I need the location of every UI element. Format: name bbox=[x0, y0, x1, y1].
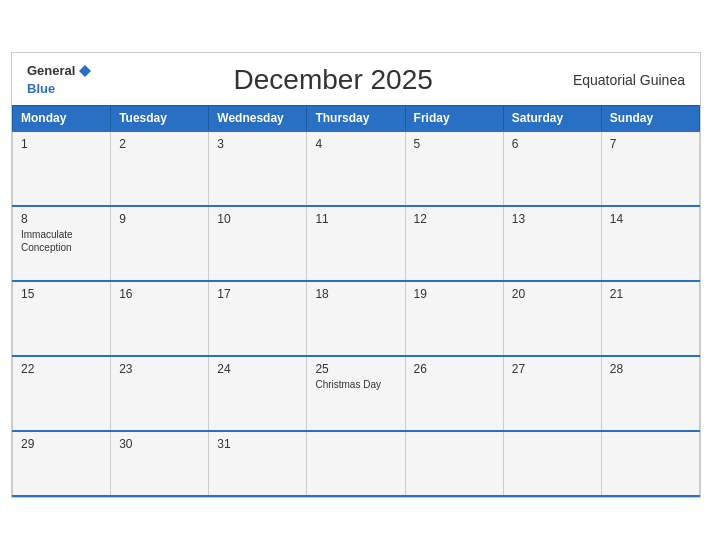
day-number: 28 bbox=[610, 362, 691, 376]
calendar-day-cell: 16 bbox=[111, 281, 209, 356]
day-number: 29 bbox=[21, 437, 102, 451]
calendar-day-cell: 17 bbox=[209, 281, 307, 356]
day-number: 2 bbox=[119, 137, 200, 151]
calendar-day-cell: 25Christmas Day bbox=[307, 356, 405, 431]
col-monday: Monday bbox=[13, 106, 111, 132]
col-friday: Friday bbox=[405, 106, 503, 132]
day-number: 24 bbox=[217, 362, 298, 376]
calendar-day-cell: 24 bbox=[209, 356, 307, 431]
day-number: 31 bbox=[217, 437, 298, 451]
calendar-day-cell: 23 bbox=[111, 356, 209, 431]
day-number: 8 bbox=[21, 212, 102, 226]
calendar-header: General Blue December 2025 Equatorial Gu… bbox=[12, 53, 700, 105]
calendar-week-row: 293031 bbox=[13, 431, 700, 496]
day-number: 30 bbox=[119, 437, 200, 451]
day-number: 16 bbox=[119, 287, 200, 301]
calendar-day-cell: 31 bbox=[209, 431, 307, 496]
calendar-day-cell: 7 bbox=[601, 131, 699, 206]
calendar-header-row: Monday Tuesday Wednesday Thursday Friday… bbox=[13, 106, 700, 132]
calendar-day-cell bbox=[405, 431, 503, 496]
calendar-day-cell: 19 bbox=[405, 281, 503, 356]
day-number: 14 bbox=[610, 212, 691, 226]
day-number: 9 bbox=[119, 212, 200, 226]
calendar-day-cell: 26 bbox=[405, 356, 503, 431]
day-event: Immaculate Conception bbox=[21, 228, 102, 254]
logo-general-text: General bbox=[27, 64, 75, 78]
calendar-day-cell: 2 bbox=[111, 131, 209, 206]
calendar-day-cell: 4 bbox=[307, 131, 405, 206]
day-number: 12 bbox=[414, 212, 495, 226]
calendar-day-cell: 11 bbox=[307, 206, 405, 281]
calendar-day-cell: 20 bbox=[503, 281, 601, 356]
calendar-day-cell: 15 bbox=[13, 281, 111, 356]
calendar-day-cell: 14 bbox=[601, 206, 699, 281]
day-number: 17 bbox=[217, 287, 298, 301]
col-thursday: Thursday bbox=[307, 106, 405, 132]
day-number: 3 bbox=[217, 137, 298, 151]
calendar-title: December 2025 bbox=[234, 64, 433, 96]
calendar-day-cell: 8Immaculate Conception bbox=[13, 206, 111, 281]
day-number: 21 bbox=[610, 287, 691, 301]
calendar-day-cell: 18 bbox=[307, 281, 405, 356]
calendar-day-cell: 28 bbox=[601, 356, 699, 431]
day-number: 7 bbox=[610, 137, 691, 151]
day-number: 11 bbox=[315, 212, 396, 226]
day-number: 22 bbox=[21, 362, 102, 376]
calendar-day-cell: 22 bbox=[13, 356, 111, 431]
logo: General Blue bbox=[27, 63, 93, 97]
day-number: 13 bbox=[512, 212, 593, 226]
day-number: 18 bbox=[315, 287, 396, 301]
calendar-day-cell: 3 bbox=[209, 131, 307, 206]
day-number: 25 bbox=[315, 362, 396, 376]
day-number: 20 bbox=[512, 287, 593, 301]
col-saturday: Saturday bbox=[503, 106, 601, 132]
col-wednesday: Wednesday bbox=[209, 106, 307, 132]
calendar-day-cell bbox=[503, 431, 601, 496]
calendar-day-cell: 5 bbox=[405, 131, 503, 206]
calendar-week-row: 1234567 bbox=[13, 131, 700, 206]
calendar-day-cell: 21 bbox=[601, 281, 699, 356]
calendar-day-cell: 6 bbox=[503, 131, 601, 206]
day-number: 27 bbox=[512, 362, 593, 376]
day-number: 15 bbox=[21, 287, 102, 301]
day-number: 23 bbox=[119, 362, 200, 376]
calendar-day-cell: 9 bbox=[111, 206, 209, 281]
calendar-day-cell: 29 bbox=[13, 431, 111, 496]
day-number: 4 bbox=[315, 137, 396, 151]
calendar-day-cell: 10 bbox=[209, 206, 307, 281]
day-event: Christmas Day bbox=[315, 378, 396, 391]
calendar-week-row: 15161718192021 bbox=[13, 281, 700, 356]
day-number: 26 bbox=[414, 362, 495, 376]
day-number: 1 bbox=[21, 137, 102, 151]
day-number: 10 bbox=[217, 212, 298, 226]
calendar-day-cell: 13 bbox=[503, 206, 601, 281]
calendar-day-cell: 1 bbox=[13, 131, 111, 206]
calendar-day-cell: 27 bbox=[503, 356, 601, 431]
svg-marker-0 bbox=[79, 65, 91, 77]
day-number: 19 bbox=[414, 287, 495, 301]
logo-blue-text: Blue bbox=[27, 81, 55, 96]
col-sunday: Sunday bbox=[601, 106, 699, 132]
calendar-day-cell: 30 bbox=[111, 431, 209, 496]
day-number: 6 bbox=[512, 137, 593, 151]
calendar-country: Equatorial Guinea bbox=[573, 72, 685, 88]
calendar-grid: Monday Tuesday Wednesday Thursday Friday… bbox=[12, 105, 700, 497]
calendar-week-row: 8Immaculate Conception91011121314 bbox=[13, 206, 700, 281]
calendar-day-cell: 12 bbox=[405, 206, 503, 281]
day-number: 5 bbox=[414, 137, 495, 151]
calendar-day-cell bbox=[307, 431, 405, 496]
calendar-day-cell bbox=[601, 431, 699, 496]
col-tuesday: Tuesday bbox=[111, 106, 209, 132]
calendar-week-row: 22232425Christmas Day262728 bbox=[13, 356, 700, 431]
logo-flag-icon bbox=[77, 63, 93, 79]
calendar-container: General Blue December 2025 Equatorial Gu… bbox=[11, 52, 701, 498]
